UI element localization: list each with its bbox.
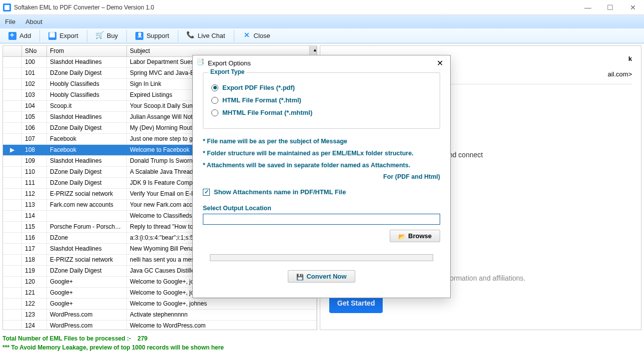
cell-from: Google+	[47, 277, 127, 287]
cell-from: Slashdot Headlines	[47, 112, 127, 122]
cell-from: Slashdot Headlines	[47, 156, 127, 166]
radio-html[interactable]: HTML File Format (*.html)	[211, 96, 432, 104]
convert-now-button[interactable]: Convert Now	[288, 270, 355, 283]
row-indicator	[3, 101, 22, 111]
menu-file[interactable]: File	[5, 18, 15, 25]
cell-sno: 105	[22, 112, 47, 122]
cell-from: DZone Daily Digest	[47, 123, 127, 133]
support-icon	[135, 32, 143, 40]
export-button[interactable]: Export	[43, 29, 84, 42]
row-indicator	[3, 244, 22, 254]
cell-sno: 103	[22, 90, 47, 100]
dialog-close-button[interactable]: ✕	[433, 58, 446, 68]
cell-from: DZone Daily Digest	[47, 167, 127, 177]
cell-from: Slashdot Headlines	[47, 57, 127, 67]
livechat-label: Live Chat	[198, 32, 225, 39]
dialog-icon	[197, 59, 205, 67]
row-indicator	[3, 79, 22, 89]
cell-sno: 110	[22, 167, 47, 177]
table-row[interactable]: 122Google+Welcome to Google+, johnes	[3, 299, 317, 310]
close-button[interactable]: Close	[237, 29, 276, 42]
row-indicator	[3, 255, 22, 265]
row-indicator	[3, 134, 22, 144]
row-indicator	[3, 200, 22, 210]
buy-button[interactable]: Buy	[90, 29, 123, 42]
cell-from: Facebook	[47, 134, 127, 144]
separator	[126, 30, 127, 42]
radio-icon	[211, 109, 218, 116]
export-type-fieldset: Export Type Export PDF Files (*.pdf) HTM…	[203, 72, 440, 129]
cell-from: Google+	[47, 299, 127, 309]
col-from[interactable]: From	[47, 46, 127, 56]
row-indicator	[3, 288, 22, 298]
convert-label: Convert Now	[306, 273, 346, 280]
row-indicator	[3, 167, 22, 177]
row-indicator-header	[3, 46, 22, 56]
radio-icon	[211, 97, 218, 104]
cell-from: E-PRIZZ social network	[47, 255, 127, 265]
cell-subject: Welcome to Google+, johnes	[127, 299, 317, 309]
minimize-button[interactable]: —	[577, 0, 599, 15]
maximize-button[interactable]: ☐	[599, 0, 622, 15]
add-button[interactable]: Add	[3, 29, 36, 42]
cell-sno: 111	[22, 178, 47, 188]
cell-sno: 122	[22, 299, 47, 309]
cell-subject: Activate stephennnnn	[127, 310, 317, 320]
radio-label: Export PDF Files (*.pdf)	[222, 84, 295, 91]
cell-sno: 109	[22, 156, 47, 166]
separator	[178, 30, 178, 42]
cell-from: WordPress.com	[47, 310, 127, 320]
row-indicator	[3, 310, 22, 320]
cell-sno: 124	[22, 321, 47, 330]
cell-sno: 115	[22, 222, 47, 232]
toolbar: Add Export Buy Support Live Chat Close	[0, 28, 644, 43]
cell-sno: 119	[22, 266, 47, 276]
row-indicator	[3, 156, 22, 166]
row-indicator	[3, 211, 22, 221]
folder-icon	[398, 233, 405, 240]
dialog-title: Export Options	[208, 59, 251, 67]
separator	[39, 30, 40, 42]
row-indicator	[3, 68, 22, 78]
browse-button[interactable]: Browse	[390, 230, 440, 242]
save-icon	[296, 273, 303, 280]
cell-from: Google+	[47, 288, 127, 298]
close-window-button[interactable]: ✕	[622, 0, 644, 15]
output-location-input[interactable]	[203, 214, 440, 225]
output-location-label: Select Output Location	[203, 205, 440, 212]
row-indicator	[3, 57, 22, 67]
titlebar: Softaken EML to PDF Converter – Demo Ver…	[0, 0, 644, 15]
window-title: Softaken EML to PDF Converter – Demo Ver…	[14, 4, 577, 11]
table-row[interactable]: 124WordPress.comWelcome to WordPress.com	[3, 321, 317, 330]
row-indicator	[3, 277, 22, 287]
cell-sno: 117	[22, 244, 47, 254]
cell-subject: Welcome to WordPress.com	[127, 321, 317, 330]
close-icon	[243, 32, 251, 40]
cell-from: DZone Daily Digest	[47, 178, 127, 188]
livechat-button[interactable]: Live Chat	[181, 29, 231, 42]
browse-label: Browse	[408, 232, 432, 240]
add-icon	[8, 32, 16, 40]
cell-from: Hoobly Classifieds	[47, 79, 127, 89]
footer-count-label: Total Number of EML Files to be processe…	[2, 335, 131, 342]
cell-from: Facebook	[47, 145, 127, 155]
cell-from: Scoop.it	[47, 101, 127, 111]
row-indicator	[3, 178, 22, 188]
col-sno[interactable]: SNo	[22, 46, 47, 56]
export-options-dialog: Export Options ✕ Export Type Export PDF …	[192, 55, 451, 298]
show-attachments-checkbox[interactable]: ✓ Show Attachments name in PDF/HTML File	[203, 188, 440, 196]
row-indicator	[3, 222, 22, 232]
radio-pdf[interactable]: Export PDF Files (*.pdf)	[211, 84, 432, 91]
dialog-notes: * File name will be as per the subject o…	[203, 136, 440, 183]
table-row[interactable]: 123WordPress.comActivate stephennnnn	[3, 310, 317, 321]
footer: Total Number of EML Files to be processe…	[2, 333, 642, 355]
menu-about[interactable]: About	[25, 18, 42, 25]
row-indicator: ▶	[3, 145, 22, 155]
checkbox-label: Show Attachments name in PDF/HTML File	[214, 188, 346, 196]
cell-from	[47, 211, 127, 221]
separator	[87, 30, 87, 42]
cell-sno: 123	[22, 310, 47, 320]
radio-mhtml[interactable]: MHTML File Format (*.mhtml)	[211, 109, 432, 116]
support-button[interactable]: Support	[130, 29, 175, 42]
cell-sno: 104	[22, 101, 47, 111]
